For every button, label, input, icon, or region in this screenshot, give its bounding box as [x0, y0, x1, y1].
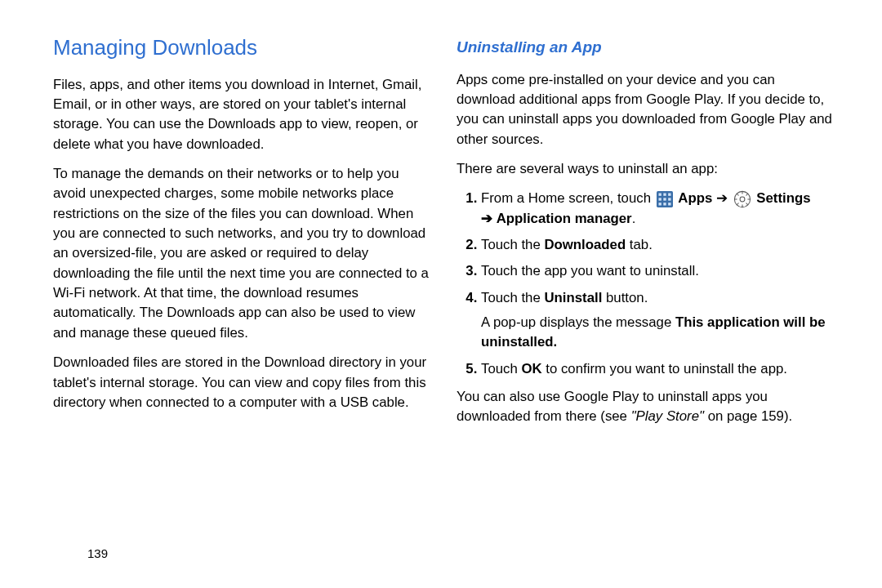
left-paragraph-2: To manage the demands on their networks … — [53, 164, 434, 343]
left-column: Managing Downloads Files, apps, and othe… — [53, 33, 434, 564]
step-1-prefix: From a Home screen, touch — [481, 190, 651, 206]
right-paragraph-2: There are several ways to uninstall an a… — [457, 159, 837, 179]
svg-rect-9 — [668, 203, 670, 205]
left-heading: Managing Downloads — [53, 33, 434, 64]
right-p3-b: "Play Store" — [631, 408, 704, 424]
right-paragraph-3: You can also use Google Play to uninstal… — [457, 387, 837, 427]
step-2-a: Touch the — [481, 237, 544, 252]
gear-icon — [733, 190, 751, 208]
arrow-icon: ➔ — [716, 190, 728, 206]
step-1-appmgr-label: Application manager — [497, 211, 632, 226]
arrow-icon: ➔ — [481, 211, 492, 226]
step-4-a: Touch the — [481, 290, 544, 305]
svg-rect-8 — [663, 203, 666, 205]
left-paragraph-3: Downloaded files are stored in the Downl… — [53, 353, 434, 412]
left-paragraph-1: Files, apps, and other items you downloa… — [53, 75, 434, 154]
right-paragraph-1: Apps come pre-installed on your device a… — [457, 70, 837, 149]
step-3: Touch the app you want to uninstall. — [481, 261, 837, 281]
svg-rect-7 — [658, 203, 661, 205]
right-heading: Uninstalling an App — [457, 36, 837, 59]
page-number: 139 — [87, 546, 108, 560]
step-2-b: Downloaded — [544, 237, 626, 252]
step-1-period: . — [632, 211, 636, 226]
step-4-b: Uninstall — [544, 290, 602, 305]
svg-line-18 — [737, 203, 738, 204]
step-2: Touch the Downloaded tab. — [481, 235, 837, 255]
step-5-a: Touch — [481, 361, 521, 376]
right-column: Uninstalling an App Apps come pre-instal… — [457, 33, 837, 564]
step-5-c: to confirm you want to uninstall the app… — [542, 361, 787, 376]
manual-page: Managing Downloads Files, apps, and othe… — [0, 0, 882, 588]
svg-line-19 — [746, 194, 747, 195]
step-4-c: button. — [602, 290, 648, 305]
svg-rect-3 — [668, 193, 670, 195]
svg-point-11 — [740, 197, 745, 202]
step-4: Touch the Uninstall button. A pop-up dis… — [481, 288, 837, 353]
step-1-settings-label: Settings — [756, 190, 810, 206]
svg-rect-6 — [668, 198, 670, 200]
step-4-popup-a: A pop-up displays the message — [481, 314, 675, 330]
svg-line-17 — [746, 203, 747, 204]
svg-rect-1 — [658, 193, 661, 195]
two-column-layout: Managing Downloads Files, apps, and othe… — [53, 33, 837, 564]
step-5: Touch OK to confirm you want to uninstal… — [481, 359, 837, 379]
step-5-b: OK — [521, 361, 541, 376]
step-4-popup: A pop-up displays the message This appli… — [481, 313, 837, 353]
svg-line-16 — [737, 194, 738, 195]
step-1-apps-label: Apps — [678, 190, 712, 206]
svg-rect-5 — [663, 198, 666, 200]
svg-rect-2 — [663, 193, 666, 195]
step-2-c: tab. — [626, 237, 653, 252]
right-p3-c: on page 159). — [704, 408, 792, 424]
uninstall-steps: From a Home screen, touch Apps ➔ — [457, 189, 837, 379]
apps-icon — [657, 191, 673, 207]
svg-rect-4 — [658, 198, 661, 200]
step-1: From a Home screen, touch Apps ➔ — [481, 189, 837, 229]
